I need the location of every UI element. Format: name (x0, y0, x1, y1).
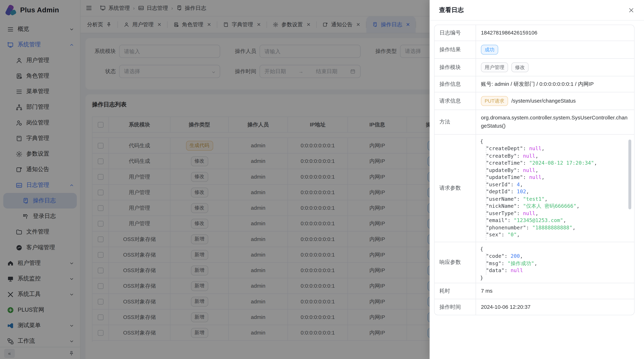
detail-label: 操作信息 (434, 76, 476, 92)
detail-value: 用户管理修改 (476, 59, 634, 76)
json-code-block: {"createDept": null,"createBy": null,"cr… (480, 136, 632, 240)
close-icon[interactable] (628, 7, 634, 13)
request-url: /system/user/changeStatus (511, 97, 576, 105)
detail-label: 耗时 (434, 283, 476, 299)
detail-value: 1842781986426159106 (476, 25, 634, 41)
json-code-block: {"code": 200,"msg": "操作成功","data": null} (480, 244, 632, 281)
detail-row-操作时间: 操作时间2024-10-06 12:20:37 (434, 299, 634, 315)
log-detail-table: 日志编号1842781986426159106操作结果成功操作模块用户管理修改操… (434, 25, 634, 315)
detail-label: 请求参数 (434, 134, 476, 242)
detail-value: 账号: admin / 研发部门 / 0:0:0:0:0:0:0:1 / 内网I… (476, 76, 634, 92)
drawer-header: 查看日志 (430, 0, 644, 20)
log-detail-drawer: 查看日志 日志编号1842781986426159106操作结果成功操作模块用户… (430, 0, 644, 359)
detail-row-请求参数: 请求参数{"createDept": null,"createBy": null… (434, 134, 634, 242)
detail-value: 7 ms (476, 283, 634, 299)
detail-row-请求信息: 请求信息PUT请求/system/user/changeStatus (434, 92, 634, 110)
detail-value: 成功 (476, 41, 634, 58)
indent-guide (486, 253, 486, 275)
detail-row-响应参数: 响应参数{"code": 200,"msg": "操作成功","data": n… (434, 242, 634, 283)
detail-value: {"code": 200,"msg": "操作成功","data": null} (476, 242, 634, 283)
detail-label: 操作结果 (434, 41, 476, 58)
app-root: Plus Admin 概览系统管理用户管理角色管理菜单管理部门管理岗位管理字典管… (0, 0, 644, 359)
detail-label: 操作时间 (434, 299, 476, 315)
detail-row-方法: 方法org.dromara.system.controller.system.S… (434, 110, 634, 134)
detail-row-日志编号: 日志编号1842781986426159106 (434, 25, 634, 41)
detail-value: 2024-10-06 12:20:37 (476, 299, 634, 315)
detail-label: 日志编号 (434, 25, 476, 41)
detail-value: {"createDept": null,"createBy": null,"cr… (476, 134, 634, 242)
module-tag: 用户管理 (481, 62, 508, 72)
detail-label: 响应参数 (434, 242, 476, 283)
result-tag: 成功 (481, 45, 498, 55)
detail-row-操作结果: 操作结果成功 (434, 41, 634, 59)
drawer-title: 查看日志 (439, 6, 464, 14)
detail-row-耗时: 耗时7 ms (434, 283, 634, 299)
detail-label: 操作模块 (434, 59, 476, 76)
detail-row-操作模块: 操作模块用户管理修改 (434, 59, 634, 76)
detail-label: 方法 (434, 110, 476, 134)
detail-value: org.dromara.system.controller.system.Sys… (476, 110, 634, 134)
code-scrollbar[interactable] (628, 139, 631, 209)
detail-label: 请求信息 (434, 92, 476, 110)
indent-guide (486, 146, 486, 240)
http-method-tag: PUT请求 (481, 96, 508, 106)
detail-row-操作信息: 操作信息账号: admin / 研发部门 / 0:0:0:0:0:0:0:1 /… (434, 76, 634, 92)
module-tag: 修改 (511, 62, 528, 72)
detail-value: PUT请求/system/user/changeStatus (476, 92, 634, 110)
